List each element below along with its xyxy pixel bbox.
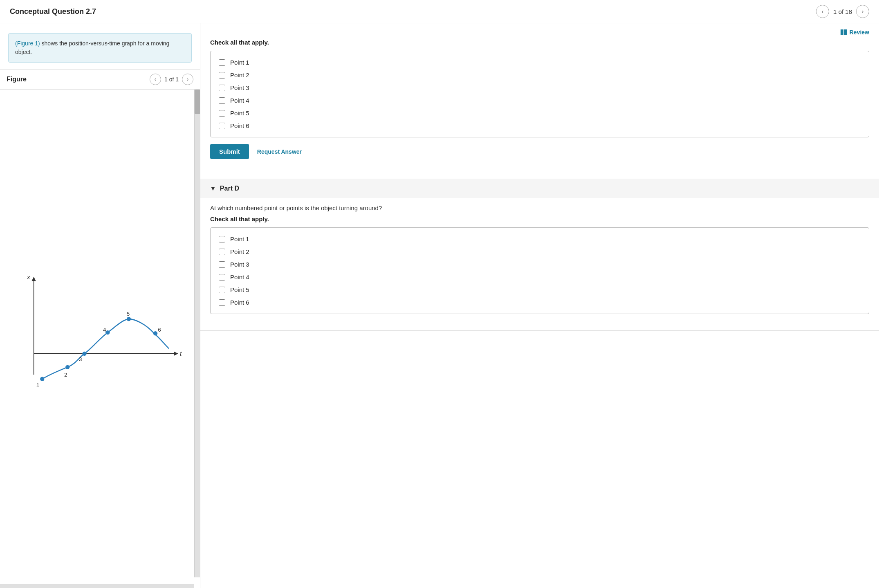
review-icon [841,29,847,35]
part-d-section: ▼ Part D At which numbered point or poin… [200,179,879,331]
figure-scrollbar-vertical[interactable] [194,90,200,577]
figure-label: Figure [7,76,27,83]
svg-marker-3 [174,352,178,356]
graph-svg: x t 1 2 3 4 5 [0,90,194,584]
part-c-point1[interactable]: Point 1 [217,56,862,69]
next-question-button[interactable]: › [856,5,869,18]
part-d-point5-checkbox[interactable] [219,287,225,293]
part-c-point1-label: Point 1 [230,59,249,66]
part-c-point3-checkbox[interactable] [219,85,225,91]
chevron-right-icon: › [862,8,864,15]
figure-canvas: x t 1 2 3 4 5 [0,89,200,588]
page-title: Conceptual Question 2.7 [10,7,96,16]
svg-point-7 [65,365,70,369]
svg-text:3: 3 [79,356,82,362]
part-d-point2[interactable]: Point 2 [217,245,862,258]
header-nav: ‹ 1 of 18 › [816,5,869,18]
prev-question-button[interactable]: ‹ [816,5,829,18]
svg-text:t: t [180,350,182,357]
figure-scrollbar-horizontal[interactable] [0,584,194,588]
part-d-point3[interactable]: Point 3 [217,258,862,271]
part-d-body: At which numbered point or points is the… [200,198,879,330]
request-answer-link[interactable]: Request Answer [257,148,302,155]
svg-point-6 [40,377,44,381]
part-c-point1-checkbox[interactable] [219,59,225,66]
figure-nav: ‹ 1 of 1 › [150,74,193,85]
figure-next-button[interactable]: › [182,74,193,85]
part-d-point3-label: Point 3 [230,261,249,268]
review-bar: Review [200,23,879,39]
part-d-label: Part D [220,185,239,192]
part-c-point3[interactable]: Point 3 [217,81,862,94]
part-c-point2-checkbox[interactable] [219,72,225,79]
figure-chevron-right-icon: › [187,76,188,82]
part-d-point6[interactable]: Point 6 [217,296,862,309]
svg-marker-2 [31,277,36,281]
part-d-chevron-icon: ▼ [210,185,216,192]
part-d-point4-label: Point 4 [230,274,249,281]
check-all-label-c: Check all that apply. [210,39,869,46]
part-d-checkbox-container: Point 1 Point 2 Point 3 Point 4 [210,227,869,314]
part-c-point4-label: Point 4 [230,97,249,104]
svg-point-10 [127,317,131,321]
part-d-point1[interactable]: Point 1 [217,233,862,245]
question-counter: 1 of 18 [833,8,852,15]
figure-header: Figure ‹ 1 of 1 › [0,70,200,89]
svg-text:6: 6 [158,327,161,333]
part-d-header[interactable]: ▼ Part D [200,179,879,198]
figure-context-area: (Figure 1) shows the position-versus-tim… [0,23,200,69]
svg-text:4: 4 [103,327,106,333]
part-d-point2-checkbox[interactable] [219,249,225,255]
svg-point-11 [153,331,157,335]
part-d-point5-label: Point 5 [230,286,249,293]
part-c-section: Check all that apply. Point 1 Point 2 Po… [200,39,879,179]
part-c-action-row: Submit Request Answer [210,144,869,159]
part-c-point5-checkbox[interactable] [219,110,225,117]
part-d-point4-checkbox[interactable] [219,274,225,281]
review-label: Review [850,29,869,36]
part-d-point1-checkbox[interactable] [219,236,225,242]
part-c-point2[interactable]: Point 2 [217,69,862,81]
svg-text:x: x [27,274,31,281]
part-c-point6-label: Point 6 [230,122,249,129]
figure-section: Figure ‹ 1 of 1 › [0,69,200,588]
part-d-point6-checkbox[interactable] [219,299,225,306]
main-layout: (Figure 1) shows the position-versus-tim… [0,23,879,588]
part-d-point4[interactable]: Point 4 [217,271,862,283]
check-all-label-d: Check all that apply. [210,215,869,222]
part-c-point6-checkbox[interactable] [219,123,225,129]
svg-text:2: 2 [64,372,67,378]
part-c-checkbox-container: Point 1 Point 2 Point 3 Point 4 Point 5 [210,51,869,137]
part-c-point5-label: Point 5 [230,110,249,117]
figure-link[interactable]: (Figure 1) [15,40,40,47]
part-c-point4-checkbox[interactable] [219,97,225,104]
left-panel: (Figure 1) shows the position-versus-tim… [0,23,200,588]
part-d-question: At which numbered point or points is the… [210,204,869,211]
figure-counter: 1 of 1 [164,76,179,83]
part-d-point1-label: Point 1 [230,236,249,242]
part-c-point4[interactable]: Point 4 [217,94,862,107]
submit-button[interactable]: Submit [210,144,249,159]
figure-scrollbar-thumb[interactable] [195,90,200,114]
svg-point-9 [105,330,110,334]
svg-text:1: 1 [36,382,39,388]
review-link[interactable]: Review [841,29,869,36]
figure-prev-button[interactable]: ‹ [150,74,161,85]
svg-text:5: 5 [127,311,130,317]
page-header: Conceptual Question 2.7 ‹ 1 of 18 › [0,0,879,23]
part-d-point5[interactable]: Point 5 [217,283,862,296]
right-panel: Review Check all that apply. Point 1 Poi… [200,23,879,588]
part-c-point6[interactable]: Point 6 [217,119,862,132]
part-d-point3-checkbox[interactable] [219,261,225,268]
context-box: (Figure 1) shows the position-versus-tim… [8,33,192,63]
part-c-point5[interactable]: Point 5 [217,107,862,119]
part-c-point2-label: Point 2 [230,72,249,79]
svg-point-8 [82,352,86,356]
chevron-left-icon: ‹ [822,8,824,15]
part-c-point3-label: Point 3 [230,84,249,91]
part-d-point2-label: Point 2 [230,248,249,255]
part-d-point6-label: Point 6 [230,299,249,306]
figure-chevron-left-icon: ‹ [155,76,156,82]
